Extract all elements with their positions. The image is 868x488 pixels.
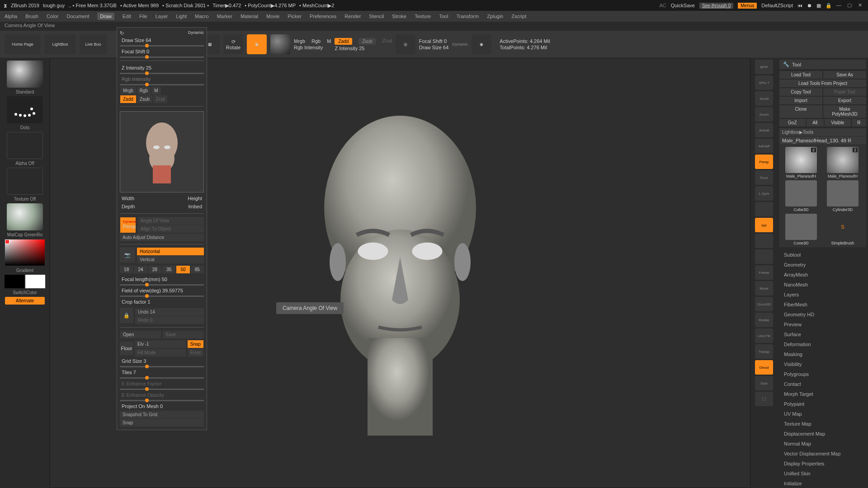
minimize-icon[interactable]: — bbox=[836, 2, 843, 9]
lens-28[interactable]: 28 bbox=[148, 266, 161, 273]
focal-slider[interactable]: Focal Shift 0 bbox=[122, 49, 149, 54]
imbed-slider[interactable]: Imbed bbox=[188, 204, 202, 209]
section-layers[interactable]: Layers bbox=[779, 290, 866, 300]
redo-button[interactable]: Redo 0 bbox=[135, 316, 204, 324]
menu-marker[interactable]: Marker bbox=[217, 14, 232, 19]
menu-alpha[interactable]: Alpha bbox=[5, 14, 17, 19]
save-as-button[interactable]: Save As bbox=[823, 71, 866, 79]
rtool-bpr[interactable]: BPR bbox=[755, 60, 773, 74]
menu-preferences[interactable]: Preferences bbox=[310, 14, 336, 19]
section-texturemap[interactable]: Texture Map bbox=[779, 419, 866, 429]
zsub-button[interactable]: Zsub bbox=[359, 38, 376, 45]
lock-icon[interactable]: 🔒 bbox=[120, 308, 133, 323]
section-masking[interactable]: Masking bbox=[779, 349, 866, 359]
section-uvmap[interactable]: UV Map bbox=[779, 409, 866, 419]
section-contact[interactable]: Contact bbox=[779, 379, 866, 389]
menus-button[interactable]: Menus bbox=[738, 3, 757, 9]
tiles-slider[interactable]: Tiles 7 bbox=[122, 370, 136, 375]
paste-tool-button[interactable]: Paste Tool bbox=[823, 88, 866, 96]
all-button[interactable]: All bbox=[807, 119, 824, 127]
undo-button[interactable]: Undo 14 bbox=[135, 308, 204, 316]
focal-icon[interactable]: ◎ bbox=[396, 34, 415, 54]
rtool-floor[interactable]: Floor bbox=[755, 170, 773, 185]
rtool-zoom[interactable]: Zoom bbox=[755, 107, 773, 122]
livebool-button[interactable]: Live Boo bbox=[80, 34, 107, 54]
current-tool-label[interactable]: Male_PlanesofHead_130. 49 R bbox=[779, 136, 866, 145]
menu-document[interactable]: Document bbox=[66, 14, 89, 19]
home-page-button[interactable]: Home Page bbox=[5, 34, 41, 54]
export-button[interactable]: Export bbox=[823, 97, 866, 104]
rtool-ghost[interactable]: Ghost bbox=[755, 360, 773, 375]
section-nanomesh[interactable]: NanoMesh bbox=[779, 280, 866, 290]
stroke-thumb[interactable] bbox=[7, 96, 43, 123]
lens-35[interactable]: 35 bbox=[162, 266, 175, 273]
lightbox-tools-button[interactable]: Lightbox▶Tools bbox=[779, 128, 866, 136]
menu-draw[interactable]: Draw bbox=[97, 13, 114, 20]
brush-thumb[interactable] bbox=[7, 61, 43, 88]
lens-85[interactable]: 85 bbox=[191, 266, 204, 273]
switchcolor-label[interactable]: SwitchColor bbox=[13, 290, 37, 295]
section-polygroups[interactable]: Polygroups bbox=[779, 369, 866, 379]
section-polypaint[interactable]: Polypaint bbox=[779, 399, 866, 409]
default-zscript[interactable]: DefaultZScript bbox=[761, 3, 793, 8]
persp-button[interactable]: DynamicPersp bbox=[120, 217, 136, 233]
rtool-spix[interactable]: SPix 7 bbox=[755, 75, 773, 90]
menu-edit[interactable]: Edit bbox=[123, 14, 131, 19]
angle-of-view-button[interactable]: Angle Of View bbox=[138, 217, 204, 225]
menu-light[interactable]: Light bbox=[176, 14, 187, 19]
alpha-thumb[interactable] bbox=[7, 132, 43, 159]
maximize-icon[interactable]: ▢ bbox=[847, 2, 854, 9]
fillmode-button[interactable]: Fill Mode bbox=[135, 349, 186, 357]
alternate-button[interactable]: Alternate bbox=[5, 297, 45, 305]
section-geometryhd[interactable]: Geometry HD bbox=[779, 310, 866, 319]
rtool-lsym[interactable]: L.Sym bbox=[755, 186, 773, 201]
menu-brush[interactable]: Brush bbox=[25, 14, 38, 19]
draw-palette[interactable]: ↻Dynamic Draw Size 64 Focal Shift 0 Z In… bbox=[117, 27, 207, 430]
menu-stroke[interactable]: Stroke bbox=[392, 14, 406, 19]
section-surface[interactable]: Surface bbox=[779, 329, 866, 339]
swatch-black[interactable] bbox=[5, 275, 24, 288]
rtool-rotate[interactable]: Rotate bbox=[755, 313, 773, 327]
rtool-move[interactable]: Move bbox=[755, 281, 773, 296]
gridsize-slider[interactable]: Grid Size 3 bbox=[122, 358, 146, 364]
snapshot-grid-button[interactable]: Snapshot To Grid bbox=[120, 411, 204, 418]
zcut-button[interactable]: Zcut bbox=[153, 95, 167, 103]
lens-24[interactable]: 24 bbox=[134, 266, 147, 273]
texture-thumb[interactable] bbox=[7, 168, 43, 195]
section-morphtarget[interactable]: Morph Target bbox=[779, 389, 866, 399]
section-displacement[interactable]: Displacement Map bbox=[779, 429, 866, 439]
tool-thumb[interactable]: 2Male_PlanesofH bbox=[823, 147, 863, 178]
section-subtool[interactable]: Subtool bbox=[779, 250, 866, 260]
dynamic-icon[interactable]: ◉ bbox=[472, 34, 491, 54]
rtool-xyz[interactable]: xyz bbox=[755, 218, 773, 232]
prev-icon[interactable]: ⏮ bbox=[797, 3, 802, 8]
align-to-object-button[interactable]: Align To Object bbox=[138, 225, 204, 233]
width-slider[interactable]: Width bbox=[122, 196, 134, 201]
make-polymesh-button[interactable]: Make PolyMesh3D bbox=[823, 105, 866, 118]
refresh-icon[interactable]: ↻ bbox=[120, 30, 124, 36]
menu-macro[interactable]: Macro bbox=[195, 14, 209, 19]
front-button[interactable]: Front bbox=[188, 349, 203, 357]
rtool-zoom3d[interactable]: Zoom3D bbox=[755, 297, 773, 311]
vertical-button[interactable]: Vertical bbox=[137, 256, 204, 263]
copy-tool-button[interactable]: Copy Tool bbox=[779, 88, 822, 96]
r-button[interactable]: R bbox=[852, 119, 866, 127]
rtool-linefill[interactable]: Line Fill bbox=[755, 328, 773, 343]
menu-zplugin[interactable]: Zplugin bbox=[487, 14, 503, 19]
open-button[interactable]: Open bbox=[120, 331, 161, 338]
fov-slider[interactable]: Field of view(deg) 39.59775 bbox=[122, 288, 183, 293]
lock-icon[interactable]: 🔒 bbox=[826, 3, 832, 9]
menu-zscript[interactable]: Zscript bbox=[511, 14, 526, 19]
grid-icon[interactable]: ▦ bbox=[816, 3, 821, 9]
rtool-blank1[interactable] bbox=[755, 202, 773, 216]
snap-bottom-button[interactable]: Snap bbox=[120, 419, 204, 427]
close-icon[interactable]: ✕ bbox=[858, 2, 864, 9]
section-vdm[interactable]: Vector Displacement Map bbox=[779, 449, 866, 459]
tool-thumb[interactable]: Cylinder3D bbox=[823, 180, 863, 212]
goz-button[interactable]: GoZ bbox=[779, 119, 806, 127]
efactor-slider[interactable]: E Enhance Factor bbox=[122, 381, 161, 386]
snap-button[interactable]: Snap bbox=[188, 340, 203, 348]
quicksave-button[interactable]: QuickSave bbox=[671, 3, 695, 8]
zsub-button[interactable]: Zsub bbox=[137, 95, 152, 103]
draw-mode-button[interactable]: ◉ bbox=[247, 34, 267, 54]
